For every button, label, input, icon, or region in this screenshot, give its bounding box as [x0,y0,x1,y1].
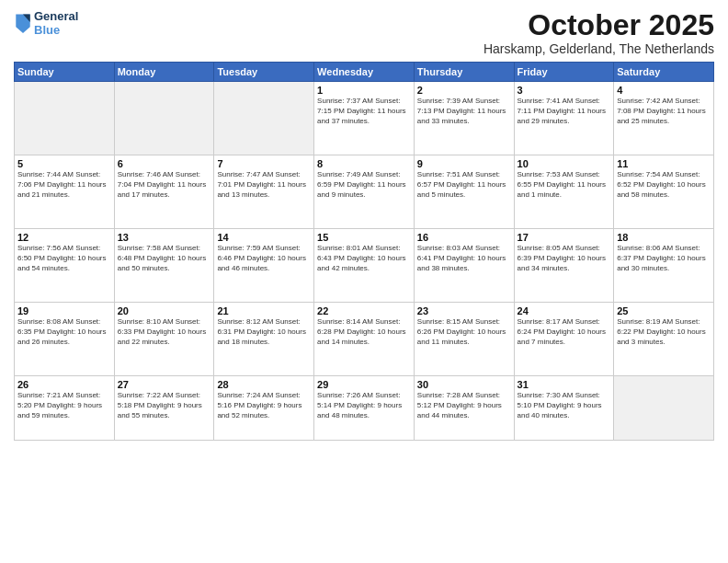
calendar-cell: 26Sunrise: 7:21 AM Sunset: 5:20 PM Dayli… [15,376,115,441]
day-number: 23 [417,305,511,316]
day-number: 10 [518,158,611,169]
day-number: 28 [217,379,311,390]
day-number: 7 [217,158,311,169]
calendar-cell: 11Sunrise: 7:54 AM Sunset: 6:52 PM Dayli… [614,155,714,229]
day-number: 3 [518,85,611,96]
day-number: 1 [317,85,411,96]
calendar-week-row: 5Sunrise: 7:44 AM Sunset: 7:06 PM Daylig… [15,155,714,229]
calendar-cell: 19Sunrise: 8:08 AM Sunset: 6:35 PM Dayli… [15,303,115,376]
calendar-cell: 8Sunrise: 7:49 AM Sunset: 6:59 PM Daylig… [314,155,415,229]
calendar-week-row: 26Sunrise: 7:21 AM Sunset: 5:20 PM Dayli… [15,376,714,441]
calendar-cell: 20Sunrise: 8:10 AM Sunset: 6:33 PM Dayli… [114,303,214,376]
day-info: Sunrise: 8:12 AM Sunset: 6:31 PM Dayligh… [217,317,311,347]
calendar-cell: 2Sunrise: 7:39 AM Sunset: 7:13 PM Daylig… [414,82,514,155]
day-number: 21 [217,305,311,316]
day-number: 9 [417,158,511,169]
day-info: Sunrise: 7:37 AM Sunset: 7:15 PM Dayligh… [317,97,411,126]
day-info: Sunrise: 7:44 AM Sunset: 7:06 PM Dayligh… [17,170,111,200]
calendar-cell: 17Sunrise: 8:05 AM Sunset: 6:39 PM Dayli… [514,229,614,303]
day-info: Sunrise: 8:17 AM Sunset: 6:24 PM Dayligh… [518,317,611,347]
calendar-cell: 12Sunrise: 7:56 AM Sunset: 6:50 PM Dayli… [15,229,115,303]
calendar-cell [114,82,214,155]
calendar-cell: 15Sunrise: 8:01 AM Sunset: 6:43 PM Dayli… [314,229,415,303]
day-number: 18 [617,232,711,243]
day-info: Sunrise: 7:30 AM Sunset: 5:10 PM Dayligh… [518,391,611,420]
day-number: 22 [317,305,411,316]
day-number: 4 [617,85,711,96]
day-number: 27 [118,379,211,390]
logo-text: General Blue [34,9,78,37]
day-info: Sunrise: 7:47 AM Sunset: 7:01 PM Dayligh… [217,170,311,200]
calendar-cell: 28Sunrise: 7:24 AM Sunset: 5:16 PM Dayli… [214,376,314,441]
day-info: Sunrise: 8:05 AM Sunset: 6:39 PM Dayligh… [518,244,611,273]
day-number: 8 [317,158,411,169]
calendar-cell: 1Sunrise: 7:37 AM Sunset: 7:15 PM Daylig… [314,82,415,155]
calendar-cell: 7Sunrise: 7:47 AM Sunset: 7:01 PM Daylig… [214,155,314,229]
calendar-cell: 30Sunrise: 7:28 AM Sunset: 5:12 PM Dayli… [414,376,514,441]
calendar-header-sunday: Sunday [15,63,115,82]
calendar-cell: 18Sunrise: 8:06 AM Sunset: 6:37 PM Dayli… [614,229,714,303]
day-info: Sunrise: 7:46 AM Sunset: 7:04 PM Dayligh… [118,170,211,200]
calendar-week-row: 12Sunrise: 7:56 AM Sunset: 6:50 PM Dayli… [15,229,714,303]
calendar-cell: 16Sunrise: 8:03 AM Sunset: 6:41 PM Dayli… [414,229,514,303]
calendar-cell: 4Sunrise: 7:42 AM Sunset: 7:08 PM Daylig… [614,82,714,155]
day-number: 17 [518,232,611,243]
day-info: Sunrise: 7:42 AM Sunset: 7:08 PM Dayligh… [617,97,711,126]
day-number: 15 [317,232,411,243]
calendar-header-friday: Friday [514,63,614,82]
calendar: SundayMondayTuesdayWednesdayThursdayFrid… [14,62,714,441]
calendar-cell [214,82,314,155]
calendar-cell: 22Sunrise: 8:14 AM Sunset: 6:28 PM Dayli… [314,303,415,376]
day-info: Sunrise: 7:21 AM Sunset: 5:20 PM Dayligh… [17,391,111,420]
calendar-header-tuesday: Tuesday [214,63,314,82]
calendar-header-wednesday: Wednesday [314,63,415,82]
logo-icon [14,11,32,33]
logo: General Blue [14,9,78,37]
day-number: 24 [518,305,611,316]
calendar-header-monday: Monday [114,63,214,82]
day-number: 19 [17,305,111,316]
calendar-cell: 23Sunrise: 8:15 AM Sunset: 6:26 PM Dayli… [414,303,514,376]
day-info: Sunrise: 8:08 AM Sunset: 6:35 PM Dayligh… [17,317,111,347]
page: General Blue October 2025 Harskamp, Geld… [0,0,728,563]
day-info: Sunrise: 7:39 AM Sunset: 7:13 PM Dayligh… [417,97,511,126]
day-info: Sunrise: 7:41 AM Sunset: 7:11 PM Dayligh… [518,97,611,126]
day-info: Sunrise: 8:19 AM Sunset: 6:22 PM Dayligh… [617,317,711,347]
calendar-header-thursday: Thursday [414,63,514,82]
day-info: Sunrise: 8:15 AM Sunset: 6:26 PM Dayligh… [417,317,511,347]
calendar-cell [614,376,714,441]
day-number: 26 [17,379,111,390]
day-number: 20 [118,305,211,316]
location-subtitle: Harskamp, Gelderland, The Netherlands [483,41,714,56]
day-number: 31 [518,379,611,390]
calendar-week-row: 19Sunrise: 8:08 AM Sunset: 6:35 PM Dayli… [15,303,714,376]
day-info: Sunrise: 7:53 AM Sunset: 6:55 PM Dayligh… [518,170,611,200]
day-info: Sunrise: 7:54 AM Sunset: 6:52 PM Dayligh… [617,170,711,200]
day-info: Sunrise: 7:51 AM Sunset: 6:57 PM Dayligh… [417,170,511,200]
day-info: Sunrise: 7:56 AM Sunset: 6:50 PM Dayligh… [17,244,111,273]
title-block: October 2025 Harskamp, Gelderland, The N… [483,9,714,56]
day-info: Sunrise: 7:26 AM Sunset: 5:14 PM Dayligh… [317,391,411,420]
month-title: October 2025 [483,9,714,41]
day-info: Sunrise: 7:24 AM Sunset: 5:16 PM Dayligh… [217,391,311,420]
day-info: Sunrise: 7:58 AM Sunset: 6:48 PM Dayligh… [118,244,211,273]
calendar-cell [15,82,115,155]
day-number: 29 [317,379,411,390]
calendar-cell: 10Sunrise: 7:53 AM Sunset: 6:55 PM Dayli… [514,155,614,229]
calendar-cell: 25Sunrise: 8:19 AM Sunset: 6:22 PM Dayli… [614,303,714,376]
calendar-header-row: SundayMondayTuesdayWednesdayThursdayFrid… [15,63,714,82]
calendar-cell: 14Sunrise: 7:59 AM Sunset: 6:46 PM Dayli… [214,229,314,303]
day-number: 11 [617,158,711,169]
day-number: 13 [118,232,211,243]
calendar-cell: 24Sunrise: 8:17 AM Sunset: 6:24 PM Dayli… [514,303,614,376]
calendar-cell: 13Sunrise: 7:58 AM Sunset: 6:48 PM Dayli… [114,229,214,303]
day-info: Sunrise: 8:10 AM Sunset: 6:33 PM Dayligh… [118,317,211,347]
calendar-cell: 31Sunrise: 7:30 AM Sunset: 5:10 PM Dayli… [514,376,614,441]
calendar-cell: 3Sunrise: 7:41 AM Sunset: 7:11 PM Daylig… [514,82,614,155]
calendar-cell: 6Sunrise: 7:46 AM Sunset: 7:04 PM Daylig… [114,155,214,229]
day-number: 5 [17,158,111,169]
day-number: 30 [417,379,511,390]
calendar-cell: 27Sunrise: 7:22 AM Sunset: 5:18 PM Dayli… [114,376,214,441]
day-info: Sunrise: 7:22 AM Sunset: 5:18 PM Dayligh… [118,391,211,420]
day-number: 2 [417,85,511,96]
